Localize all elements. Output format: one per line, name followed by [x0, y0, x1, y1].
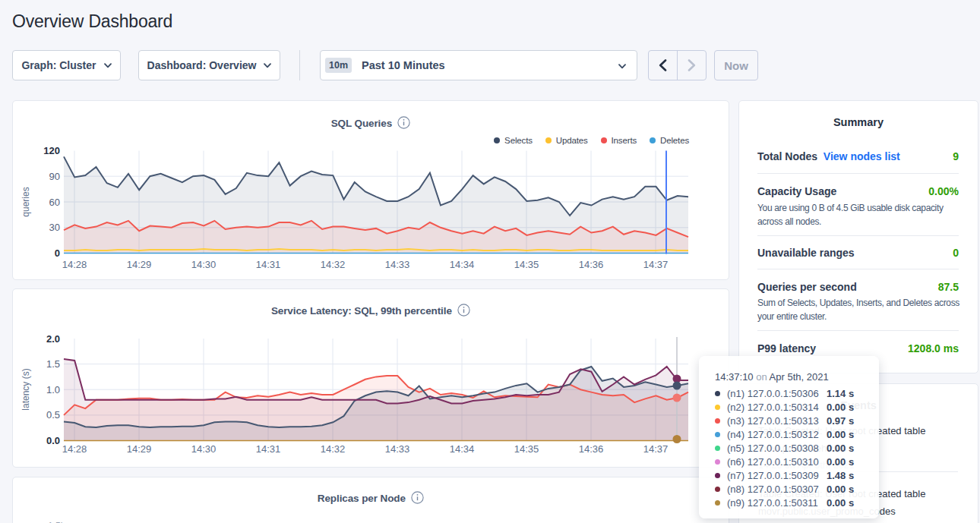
- svg-text:queries: queries: [21, 187, 31, 216]
- svg-text:0.0: 0.0: [46, 435, 60, 446]
- svg-text:14:36: 14:36: [579, 259, 604, 270]
- svg-text:14:33: 14:33: [385, 259, 410, 270]
- svg-text:0: 0: [55, 247, 60, 259]
- svg-text:14:32: 14:32: [321, 443, 346, 455]
- svg-text:14:29: 14:29: [127, 259, 152, 270]
- svg-text:14:36: 14:36: [579, 443, 604, 455]
- svg-text:14:34: 14:34: [450, 443, 475, 455]
- svg-text:14:28: 14:28: [62, 259, 87, 270]
- svg-text:90: 90: [49, 171, 60, 182]
- svg-text:0.5: 0.5: [46, 409, 60, 421]
- svg-text:60: 60: [49, 197, 60, 208]
- svg-text:14:31: 14:31: [256, 259, 281, 270]
- svg-text:14:34: 14:34: [450, 259, 475, 270]
- svg-text:1.0: 1.0: [46, 384, 60, 395]
- svg-text:14:35: 14:35: [514, 443, 539, 455]
- svg-text:14:30: 14:30: [191, 443, 217, 455]
- svg-text:14:28: 14:28: [62, 443, 87, 455]
- svg-text:1.5: 1.5: [46, 358, 60, 370]
- svg-text:14:33: 14:33: [385, 443, 410, 455]
- svg-text:14:32: 14:32: [321, 259, 346, 270]
- svg-text:14:29: 14:29: [127, 443, 152, 455]
- svg-text:14:35: 14:35: [514, 259, 539, 270]
- svg-text:14:37: 14:37: [643, 443, 669, 455]
- svg-text:14:30: 14:30: [191, 259, 217, 270]
- svg-text:120: 120: [43, 145, 60, 156]
- svg-text:2.0: 2.0: [46, 333, 60, 345]
- svg-text:30: 30: [49, 222, 60, 233]
- svg-text:14:37: 14:37: [643, 259, 669, 270]
- svg-text:14:31: 14:31: [256, 443, 281, 455]
- svg-text:latency (s): latency (s): [21, 368, 31, 410]
